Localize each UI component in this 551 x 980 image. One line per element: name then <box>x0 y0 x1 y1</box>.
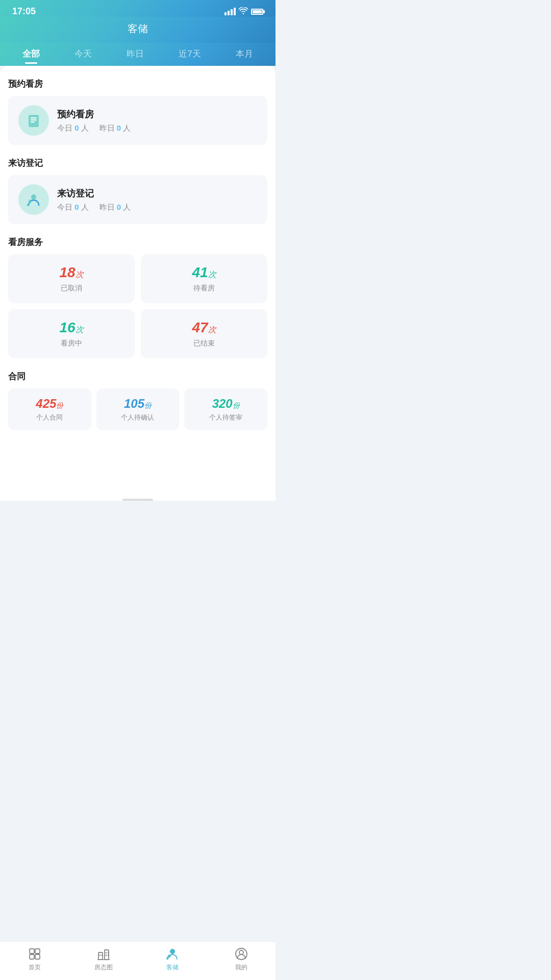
wifi-icon <box>239 7 248 16</box>
contract-section: 合同 425份 个人合同 105份 个人待确认 320份 个人待签审 <box>8 371 267 430</box>
booking-today-unit: 人 <box>81 124 89 132</box>
stat-card-viewing[interactable]: 16次 看房中 <box>8 309 135 358</box>
visit-card-info: 来访登记 今日 0 人 昨日 0 人 <box>57 187 257 212</box>
booking-icon <box>26 113 41 128</box>
svg-rect-0 <box>29 115 39 127</box>
stat-cancelled-label: 已取消 <box>16 284 127 293</box>
contract-grid: 425份 个人合同 105份 个人待确认 320份 个人待签审 <box>8 388 267 430</box>
booking-icon-wrap <box>18 105 49 136</box>
tab-yesterday[interactable]: 昨日 <box>119 43 151 66</box>
header-title: 客储 <box>12 22 263 43</box>
visit-today-unit: 人 <box>81 203 89 211</box>
visit-today-num: 0 <box>74 203 79 211</box>
stat-card-finished[interactable]: 47次 已结束 <box>141 309 267 358</box>
booking-today-num: 0 <box>74 124 79 132</box>
svg-point-4 <box>31 194 36 200</box>
booking-yesterday-num: 0 <box>117 124 121 132</box>
visit-card[interactable]: 来访登记 今日 0 人 昨日 0 人 <box>8 175 267 224</box>
stat-cancelled-num: 18次 <box>16 264 127 281</box>
main-content: 预约看房 预约看房 今日 0 人 昨日 0 <box>0 66 276 496</box>
tab-month[interactable]: 本月 <box>229 43 260 66</box>
booking-stats: 今日 0 人 昨日 0 人 <box>57 124 257 133</box>
svg-rect-2 <box>31 119 37 120</box>
stat-finished-num: 47次 <box>149 320 259 336</box>
contract-pending-confirm-label: 个人待确认 <box>102 413 174 422</box>
svg-rect-1 <box>31 117 37 118</box>
booking-yesterday-label: 昨日 <box>99 124 115 132</box>
contract-card-pending-sign[interactable]: 320份 个人待签审 <box>184 388 267 430</box>
visit-card-title: 来访登记 <box>57 187 257 200</box>
visit-section-title: 来访登记 <box>8 157 267 169</box>
status-bar: 17:05 <box>0 0 276 17</box>
contract-pending-sign-num: 320份 <box>189 397 262 411</box>
visit-today-label: 今日 <box>57 203 72 211</box>
booking-card-info: 预约看房 今日 0 人 昨日 0 人 <box>57 108 257 133</box>
stat-card-cancelled[interactable]: 18次 已取消 <box>8 254 135 303</box>
visit-icon <box>26 192 41 207</box>
house-service-grid: 18次 已取消 41次 待看房 16次 看房中 47次 已结束 <box>8 254 267 358</box>
contract-section-title: 合同 <box>8 371 267 382</box>
contract-pending-sign-label: 个人待签审 <box>189 413 262 422</box>
stat-finished-label: 已结束 <box>149 339 259 348</box>
booking-today-label: 今日 <box>57 124 72 132</box>
tab-7days[interactable]: 近7天 <box>171 43 208 66</box>
tabs-bar: 全部 今天 昨日 近7天 本月 <box>0 43 276 66</box>
contract-card-pending-confirm[interactable]: 105份 个人待确认 <box>96 388 180 430</box>
header: 客储 <box>0 17 276 43</box>
stat-viewing-label: 看房中 <box>16 339 127 348</box>
house-service-title: 看房服务 <box>8 236 267 248</box>
svg-point-5 <box>29 200 32 203</box>
visit-yesterday-unit: 人 <box>123 203 131 211</box>
visit-stats: 今日 0 人 昨日 0 人 <box>57 203 257 212</box>
house-service-section: 看房服务 18次 已取消 41次 待看房 16次 看房中 <box>8 236 267 358</box>
svg-rect-3 <box>31 121 35 122</box>
visit-yesterday-num: 0 <box>117 203 121 211</box>
scroll-indicator <box>122 499 153 501</box>
visit-section: 来访登记 来访登记 今日 0 人 昨日 0 <box>8 157 267 224</box>
stat-pending-label: 待看房 <box>149 284 259 293</box>
booking-card-title: 预约看房 <box>57 108 257 120</box>
status-time: 17:05 <box>12 6 36 17</box>
booking-section-title: 预约看房 <box>8 78 267 90</box>
contract-pending-confirm-num: 105份 <box>102 397 174 411</box>
contract-personal-label: 个人合同 <box>13 413 86 422</box>
signal-icon <box>224 8 236 15</box>
booking-card[interactable]: 预约看房 今日 0 人 昨日 0 人 <box>8 96 267 145</box>
stat-pending-num: 41次 <box>149 264 259 281</box>
booking-section: 预约看房 预约看房 今日 0 人 昨日 0 <box>8 78 267 145</box>
stat-card-pending[interactable]: 41次 待看房 <box>141 254 267 303</box>
contract-card-personal[interactable]: 425份 个人合同 <box>8 388 91 430</box>
booking-yesterday-unit: 人 <box>123 124 131 132</box>
tab-all[interactable]: 全部 <box>15 43 47 66</box>
contract-personal-num: 425份 <box>13 397 86 411</box>
visit-icon-wrap <box>18 184 49 215</box>
battery-icon <box>251 9 263 15</box>
stat-viewing-num: 16次 <box>16 320 127 336</box>
status-icons <box>224 7 263 16</box>
visit-yesterday-label: 昨日 <box>99 203 115 211</box>
tab-today[interactable]: 今天 <box>67 43 99 66</box>
